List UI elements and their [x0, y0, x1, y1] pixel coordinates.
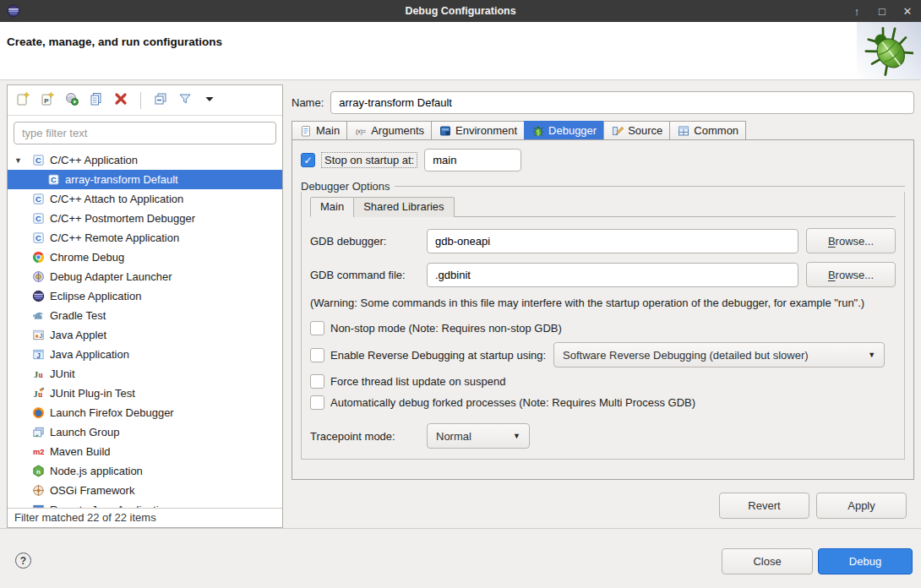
tab-environment[interactable]: Environment: [431, 121, 525, 139]
tab-debugger[interactable]: Debugger: [524, 121, 604, 139]
collapse-all-button[interactable]: [152, 92, 169, 109]
debug-button[interactable]: Debug: [818, 548, 913, 574]
tree-item[interactable]: JJava Applet: [8, 325, 282, 345]
tree-item[interactable]: CC/C++ Postmortem Debugger: [8, 209, 282, 228]
tree-item[interactable]: JuJUnit Plug-in Test: [8, 384, 282, 403]
tab-source[interactable]: Source: [603, 121, 670, 139]
new-configuration-icon: [15, 91, 30, 109]
junit-plugin-icon: Ju: [31, 387, 46, 400]
tree-item-label: Launch Group: [50, 426, 119, 438]
option-checkbox[interactable]: [310, 395, 324, 410]
java-application-icon: J: [31, 348, 46, 362]
gdbinit-warning-text: (Warning: Some commands in this file may…: [310, 296, 896, 311]
svg-text:u: u: [39, 371, 43, 379]
sidebar-toolbar: P: [8, 85, 282, 116]
tree-item-label: array-transform Default: [65, 173, 178, 186]
tree-item[interactable]: Gradle Test: [8, 306, 282, 325]
svg-text:J: J: [39, 333, 42, 339]
stop-on-startup-checkbox[interactable]: ✓: [301, 153, 315, 167]
option-checkbox[interactable]: [310, 348, 324, 362]
tree-item[interactable]: Remote Java Application: [8, 500, 282, 508]
tree-item[interactable]: Launch Firefox Debugger: [8, 403, 282, 422]
launch-group-icon: [31, 426, 46, 439]
export-launch-button[interactable]: [63, 92, 80, 109]
menu-dropdown-button[interactable]: [201, 92, 218, 109]
tree-item[interactable]: OSGi Framework: [8, 481, 282, 500]
gdb-debugger-input[interactable]: [427, 229, 798, 253]
gdb-command-file-browse-button[interactable]: Browse...: [806, 262, 896, 287]
window-title: Debug Configurations: [0, 5, 921, 17]
filter-input[interactable]: [14, 122, 276, 144]
tracepoint-mode-select[interactable]: Normal ▼: [427, 423, 530, 449]
tree-item[interactable]: JJava Application: [8, 345, 282, 364]
tab-common[interactable]: Common: [669, 121, 746, 139]
debug-beetle-image: [857, 22, 921, 79]
tree-item-label: Gradle Test: [50, 309, 106, 322]
debugger-tab-icon: [531, 125, 544, 137]
stop-on-startup-input[interactable]: [424, 149, 521, 172]
c-application-icon: C: [46, 173, 61, 187]
configurations-sidebar: P ▼CC/C++ ApplicationCarray-transform De…: [7, 84, 283, 528]
close-icon[interactable]: ✕: [901, 5, 914, 18]
tree-item-label: Launch Firefox Debugger: [50, 406, 174, 419]
option-checkbox[interactable]: [310, 321, 324, 335]
chrome-icon: [31, 251, 46, 264]
reverse-debugging-select[interactable]: Software Reverse Debugging (detailed but…: [553, 342, 885, 368]
svg-text:(x)=: (x)=: [356, 128, 366, 134]
maximize-up-icon[interactable]: ↑: [850, 5, 864, 18]
duplicate-icon: [89, 91, 104, 109]
toolbar-separator: [140, 92, 141, 109]
tab-main[interactable]: Main: [310, 197, 354, 217]
tree-item[interactable]: Chrome Debug: [8, 248, 282, 267]
tab-label: Arguments: [371, 124, 424, 137]
svg-text:m2: m2: [33, 448, 45, 456]
tree-item[interactable]: Launch Group: [8, 422, 282, 442]
tree-item[interactable]: JuJUnit: [8, 364, 282, 384]
name-label: Name:: [292, 96, 324, 109]
debugger-option-checkboxes: Non-stop mode (Note: Requires non-stop G…: [310, 321, 896, 410]
tree-item-label: JUnit: [50, 368, 75, 380]
stop-on-startup-label: Stop on startup at:: [321, 152, 417, 168]
tab-main[interactable]: Main: [292, 121, 347, 139]
svg-text:u: u: [38, 390, 42, 399]
name-input[interactable]: [330, 91, 914, 114]
maven-icon: m2: [31, 445, 46, 459]
expander-icon[interactable]: ▼: [14, 156, 31, 165]
svg-text:J: J: [36, 351, 41, 360]
tree-item[interactable]: ▼CC/C++ Application: [8, 150, 282, 170]
tree-item[interactable]: nNode.js application: [8, 461, 282, 481]
tree-item-label: Debug Adapter Launcher: [50, 270, 172, 283]
option-checkbox[interactable]: [310, 374, 324, 389]
help-icon[interactable]: ?: [15, 553, 31, 569]
configuration-editor: Name: Main(x)=ArgumentsEnvironmentDebugg…: [292, 84, 914, 528]
svg-text:n: n: [36, 468, 41, 476]
revert-button[interactable]: Revert: [719, 493, 809, 519]
tree-item[interactable]: CC/C++ Attach to Application: [8, 189, 282, 209]
tracepoint-mode-value: Normal: [436, 430, 471, 443]
duplicate-button[interactable]: [88, 92, 105, 109]
tree-item-label: C/C++ Application: [50, 154, 138, 166]
tab-shared-libraries[interactable]: Shared Libraries: [353, 197, 454, 217]
svg-text:C: C: [51, 176, 57, 184]
eclipse-logo-icon: [7, 4, 20, 18]
collapse-all-icon: [153, 91, 168, 109]
filter-button[interactable]: [177, 92, 193, 109]
close-button[interactable]: Close: [722, 548, 813, 574]
svg-text:C: C: [35, 215, 41, 223]
tree-item[interactable]: Eclipse Application: [8, 286, 282, 306]
tab-arguments[interactable]: (x)=Arguments: [346, 121, 432, 139]
tree-item[interactable]: Debug Adapter Launcher: [8, 267, 282, 286]
apply-button[interactable]: Apply: [816, 493, 907, 519]
restore-icon[interactable]: □: [875, 5, 889, 18]
tree-item[interactable]: m2Maven Build: [8, 442, 282, 461]
new-configuration-button[interactable]: [14, 92, 31, 109]
gdb-command-file-input[interactable]: [427, 263, 798, 287]
page-title: Create, manage, and run configurations: [7, 35, 222, 48]
tree-item[interactable]: Carray-transform Default: [8, 170, 282, 189]
delete-button[interactable]: [112, 92, 129, 109]
gdb-debugger-browse-button[interactable]: Browse...: [806, 228, 896, 253]
junit-icon: Ju: [31, 368, 46, 381]
gdb-command-file-label: GDB command file:: [310, 269, 427, 281]
tree-item[interactable]: CC/C++ Remote Application: [8, 228, 282, 248]
new-prototype-button[interactable]: P: [39, 92, 56, 109]
